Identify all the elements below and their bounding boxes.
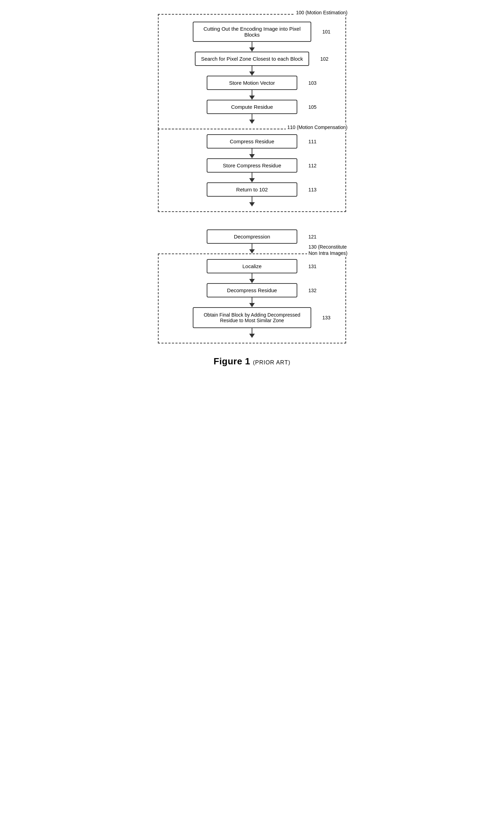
arrow-121-130 <box>249 244 255 253</box>
step-133-text: Obtain Final Block by Adding Decompresse… <box>204 312 300 323</box>
arrow-line <box>252 173 252 178</box>
step-103-wrapper: Store Motion Vector 103 <box>207 76 297 90</box>
section-130: 130 (ReconstituteNon Intra Images) Local… <box>158 253 346 343</box>
page-container: 100 (Motion Estimation) Cutting Out the … <box>130 14 374 367</box>
step-113-label: 113 <box>308 187 316 192</box>
section-130-flow: Localize 131 Decompress Residue 132 <box>165 259 339 338</box>
step-113-row: Return to 102 113 <box>165 182 339 197</box>
step-113-text: Return to 102 <box>236 187 268 192</box>
arrow-line <box>252 273 252 279</box>
arrow-113-out <box>249 197 255 206</box>
step-113-wrapper: Return to 102 113 <box>207 182 297 197</box>
arrow-head <box>249 178 255 182</box>
step-112-wrapper: Store Compress Residue 112 <box>207 158 297 173</box>
step-103-box: Store Motion Vector <box>207 76 297 90</box>
step-112-label: 112 <box>308 163 316 168</box>
arrow-head <box>249 71 255 76</box>
arrow-head <box>249 249 255 253</box>
step-132-wrapper: Decompress Residue 132 <box>207 283 297 297</box>
section-110-label: 110 (Motion Compensation) <box>286 124 349 130</box>
step-121-label: 121 <box>308 234 316 240</box>
step-103-text: Store Motion Vector <box>229 80 275 86</box>
step-131-wrapper: Localize 131 <box>207 259 297 273</box>
arrow-101-102 <box>249 42 255 52</box>
arrow-102-103 <box>249 66 255 76</box>
step-112-text: Store Compress Residue <box>223 162 281 168</box>
arrow-head <box>249 334 255 338</box>
arrow-line <box>252 149 252 154</box>
step-112-box: Store Compress Residue <box>207 158 297 173</box>
step-133-row: Obtain Final Block by Adding Decompresse… <box>165 307 339 328</box>
step-105-wrapper: Compute Residue 105 <box>207 100 297 114</box>
step-112-row: Store Compress Residue 112 <box>165 158 339 173</box>
arrow-line <box>252 244 252 249</box>
step-131-label: 131 <box>308 264 316 269</box>
step-132-text: Decompress Residue <box>227 287 277 293</box>
arrow-line <box>252 328 252 334</box>
arrow-132-133 <box>249 297 255 307</box>
step-121-wrapper: Decompression 121 <box>207 229 297 244</box>
step-103-label: 103 <box>308 80 316 86</box>
step-101-box: Cutting Out the Encoding Image into Pixe… <box>193 22 311 42</box>
arrow-105-out <box>249 114 255 124</box>
step-101-text: Cutting Out the Encoding Image into Pixe… <box>204 26 301 38</box>
step-101-label: 101 <box>322 29 330 35</box>
section-100: 100 (Motion Estimation) Cutting Out the … <box>158 14 346 129</box>
step-105-row: Compute Residue 105 <box>165 100 339 114</box>
step-121-row: Decompression 121 <box>158 229 346 244</box>
caption-text: Figure 1 <box>214 356 250 366</box>
step-105-label: 105 <box>308 104 316 110</box>
step-133-label: 133 <box>322 315 330 320</box>
arrow-111-112 <box>249 149 255 158</box>
caption-sub: (PRIOR ART) <box>253 359 291 365</box>
section-100-flow: Cutting Out the Encoding Image into Pixe… <box>165 22 339 124</box>
arrow-103-105 <box>249 90 255 100</box>
step-103-row: Store Motion Vector 103 <box>165 76 339 90</box>
section-100-label: 100 (Motion Estimation) <box>295 10 349 15</box>
step-111-row: Compress Residue 111 <box>165 134 339 149</box>
arrow-line <box>252 197 252 202</box>
step-132-box: Decompress Residue <box>207 283 297 297</box>
section-110-flow: Compress Residue 111 Store Compress Resi… <box>165 134 339 206</box>
step-111-label: 111 <box>308 139 316 144</box>
figure-caption: Figure 1 (PRIOR ART) <box>214 356 290 367</box>
step-102-row: Search for Pixel Zone Closest to each Bl… <box>165 52 339 66</box>
step-121-text: Decompression <box>234 234 270 240</box>
step-105-text: Compute Residue <box>231 104 273 110</box>
step-131-text: Localize <box>242 263 261 269</box>
arrow-head <box>249 202 255 206</box>
arrow-line <box>252 42 252 47</box>
arrow-line <box>252 66 252 71</box>
step-102-label: 102 <box>320 56 328 62</box>
arrow-head <box>249 303 255 307</box>
arrow-head <box>249 47 255 52</box>
step-113-box: Return to 102 <box>207 182 297 197</box>
step-105-box: Compute Residue <box>207 100 297 114</box>
step-133-box: Obtain Final Block by Adding Decompresse… <box>193 307 311 328</box>
step-102-box: Search for Pixel Zone Closest to each Bl… <box>195 52 310 66</box>
arrow-112-113 <box>249 173 255 182</box>
arrow-head <box>249 96 255 100</box>
arrow-head <box>249 154 255 158</box>
step-132-row: Decompress Residue 132 <box>165 283 339 297</box>
step-132-label: 132 <box>308 288 316 293</box>
arrow-line <box>252 297 252 303</box>
step-133-wrapper: Obtain Final Block by Adding Decompresse… <box>193 307 311 328</box>
step-101-row: Cutting Out the Encoding Image into Pixe… <box>165 22 339 42</box>
arrow-133-out <box>249 328 255 338</box>
arrow-line <box>252 114 252 120</box>
step-111-text: Compress Residue <box>230 138 274 144</box>
section-110: 110 (Motion Compensation) Compress Resid… <box>158 129 346 212</box>
step-121-box: Decompression <box>207 229 297 244</box>
step-102-wrapper: Search for Pixel Zone Closest to each Bl… <box>195 52 310 66</box>
arrow-head <box>249 120 255 124</box>
step-102-text: Search for Pixel Zone Closest to each Bl… <box>201 56 303 62</box>
arrow-head <box>249 279 255 283</box>
section-130-label: 130 (ReconstituteNon Intra Images) <box>307 244 349 256</box>
arrow-131-132 <box>249 273 255 283</box>
step-111-wrapper: Compress Residue 111 <box>207 134 297 149</box>
step-131-box: Localize <box>207 259 297 273</box>
step-101-wrapper: Cutting Out the Encoding Image into Pixe… <box>193 22 311 42</box>
step-131-row: Localize 131 <box>165 259 339 273</box>
step-111-box: Compress Residue <box>207 134 297 149</box>
